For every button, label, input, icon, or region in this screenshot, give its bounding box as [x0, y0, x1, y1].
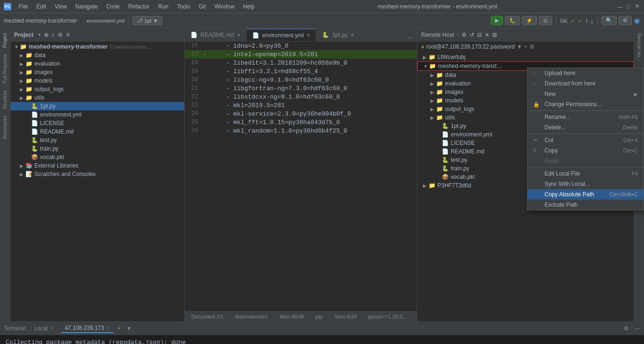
ctx-upload-here[interactable]: ↑ Upload here — [528, 68, 644, 78]
terminal-tab-local[interactable]: Local ✕ — [31, 324, 58, 333]
remote-panel-title: Remote Host — [421, 32, 454, 38]
terminal-settings-icon[interactable]: ⚙ — [624, 325, 629, 332]
tree-item-evaluation[interactable]: ▶ 📁 evaluation — [10, 59, 184, 68]
ctx-rename[interactable]: Rename... Shift+F6 — [528, 112, 644, 122]
settings-icon[interactable]: ⚙ — [58, 32, 63, 38]
tree-root[interactable]: ▼ 📁 meshed-memory-transformer F:\meshed-… — [10, 42, 184, 51]
tree-item-scratches[interactable]: ▶ 📝 Scratches and Consoles — [10, 170, 184, 178]
remote-close-icon[interactable]: ✕ — [485, 32, 489, 38]
project-panel-icons: ⊕ ≡ ⚙ ✕ — [44, 32, 70, 38]
ctx-download-here[interactable]: ↓ Download from here — [528, 78, 644, 89]
run-button[interactable]: ▶ — [491, 16, 503, 25]
settings-button[interactable]: ⚙ — [619, 16, 632, 25]
tree-item-models[interactable]: ▶ 📁 models — [10, 76, 184, 85]
search-button[interactable]: 🔍 — [602, 16, 617, 25]
tree-item-vocab-pkl[interactable]: 📦 vocab.pkl — [10, 153, 184, 161]
menu-file[interactable]: File — [15, 2, 32, 11]
ctx-copy-absolute-path[interactable]: Copy Absolute Path Ctrl+Shift+C — [528, 189, 644, 200]
env-tab-close[interactable]: ✕ — [306, 33, 310, 38]
profile-button[interactable]: ◎ — [539, 16, 552, 25]
menu-edit[interactable]: Edit — [33, 2, 50, 11]
ctx-change-permissions[interactable]: 🔒 Change Permissions... — [528, 99, 644, 109]
debug-button[interactable]: 🐛 — [505, 16, 520, 25]
status-sep3: › — [309, 314, 311, 319]
ctx-delete[interactable]: Delete... Delete — [528, 122, 644, 133]
terminal-output[interactable]: Collecting package metadata (repodata.js… — [0, 335, 644, 344]
editor-area: 📄 README.md ✕ 📄 environment.yml ✕ 🐍 1pt.… — [185, 28, 417, 321]
tab-more-button[interactable]: ⋯ — [404, 34, 417, 41]
remote-connection-bar: ● root@47.108.239.173:22 password ▼ + ⚙ — [417, 42, 634, 52]
tree-item-train-py[interactable]: 🐍 train.py — [10, 144, 184, 153]
terminal-area: Terminal: Local ✕ 47.108.239.173 ✕ + ▼ ⚙… — [0, 321, 644, 344]
ctx-sync-local[interactable]: Sync With Local... — [528, 179, 644, 189]
tree-item-readme[interactable]: 📄 README.md — [10, 127, 184, 136]
local-tab-label: Local — [34, 325, 48, 332]
remote-refresh-icon[interactable]: ↺ — [470, 32, 474, 38]
tree-item-images[interactable]: ▶ 📁 images — [10, 68, 184, 76]
collapse-all-icon[interactable]: ≡ — [51, 32, 55, 38]
menu-tools[interactable]: Tools — [173, 2, 194, 11]
menu-window[interactable]: Window — [211, 2, 239, 11]
terminal-add-button[interactable]: + — [117, 325, 121, 332]
ctx-exclude-path[interactable]: Exclude Path — [528, 200, 644, 210]
abs-path-label: Copy Absolute Path — [545, 191, 606, 198]
close-button[interactable]: ✕ — [634, 3, 640, 10]
maximize-button[interactable]: □ — [625, 3, 632, 10]
menu-code[interactable]: Code — [102, 2, 124, 11]
menu-git[interactable]: Git — [195, 2, 209, 11]
tab-environment-yml[interactable]: 📄 environment.yml ✕ — [247, 29, 316, 41]
code-editor[interactable]: 16 - idna=2.8=py36_0 17 ✓ - intel-openmp… — [185, 42, 417, 311]
minimize-button[interactable]: — — [617, 3, 623, 10]
ctx-cut[interactable]: ✂ Cut Ctrl+X — [528, 135, 644, 145]
local-tab-close[interactable]: ✕ — [50, 326, 53, 331]
remote-item-lfwcwrfubj[interactable]: ▶ 📁 LfWcwrfubj — [417, 53, 634, 61]
connection-dropdown-icon[interactable]: ▼ — [517, 43, 522, 50]
remote-collapse-icon[interactable]: ⊟ — [477, 32, 482, 38]
terminal-tab-remote[interactable]: 47.108.239.173 ✕ — [61, 324, 113, 333]
tree-item-ext-libs[interactable]: ▶ 📚 External Libraries — [10, 161, 184, 170]
coverage-button[interactable]: ⚡ — [522, 16, 537, 25]
remote-expand-icon[interactable]: ⊞ — [492, 32, 497, 38]
r-utils-label: utils — [445, 114, 455, 121]
tree-item-1pt-py[interactable]: 🐍 1pt.py — [10, 102, 184, 110]
project-panel-dropdown[interactable]: ▼ — [37, 32, 42, 37]
tree-item-env-yml[interactable]: 📄 environment.yml — [10, 110, 184, 119]
terminal-close-icon[interactable]: — — [635, 325, 640, 332]
tree-item-license[interactable]: 📄 LICENSE — [10, 119, 184, 127]
project-tab[interactable]: Project — [1, 30, 8, 50]
line-num-19: 19 — [187, 68, 204, 75]
readme-tab-close[interactable]: ✕ — [237, 33, 240, 38]
terminal-dropdown[interactable]: ▼ — [126, 325, 132, 332]
line-content-17: - intel-openmp=2019.5=281 — [211, 51, 318, 58]
tab-1pt-py[interactable]: 🐍 1pt.py ✕ — [316, 29, 360, 41]
menu-refactor[interactable]: Refactor — [124, 2, 153, 11]
tree-item-utils[interactable]: ▶ 📁 utils — [10, 93, 184, 102]
ctx-copy[interactable]: ⎘ Copy Ctrl+C — [528, 145, 644, 156]
tab-readme[interactable]: 📄 README.md ✕ — [185, 29, 247, 41]
pull-requests-tab[interactable]: Pull Requests — [1, 51, 8, 86]
1pt-tab-close[interactable]: ✕ — [350, 33, 354, 38]
git-check2-icon: ✓ — [578, 17, 583, 25]
tree-item-data[interactable]: ▶ 📁 data — [10, 51, 184, 59]
add-content-icon[interactable]: ⊕ — [44, 32, 49, 38]
conn-add-icon[interactable]: + — [524, 43, 528, 50]
tree-item-test-py[interactable]: 🐍 test.py — [10, 136, 184, 144]
remote-host-tab[interactable]: Remote Ho... — [636, 30, 643, 64]
remote-close-small[interactable]: ✕ — [456, 32, 460, 37]
ctx-new[interactable]: New ▶ — [528, 89, 644, 99]
menu-help[interactable]: Help — [239, 2, 258, 11]
menu-view[interactable]: View — [51, 2, 71, 11]
bookmarks-tab[interactable]: Bookmarks — [1, 113, 8, 142]
close-panel-icon[interactable]: ✕ — [66, 32, 70, 38]
tree-item-output-logs[interactable]: ▶ 📁 output_logs — [10, 85, 184, 93]
menu-run[interactable]: Run — [154, 2, 172, 11]
ctx-edit-local[interactable]: Edit Local File F4 — [528, 168, 644, 179]
menu-navigate[interactable]: Navigate — [72, 2, 101, 11]
r-img-folder-icon: 📁 — [436, 89, 443, 95]
test-py-icon: 🐍 — [31, 137, 38, 143]
branch-selector[interactable]: ⎇ 1pt ▼ — [132, 16, 162, 25]
remote-tab-close[interactable]: ✕ — [106, 325, 110, 330]
structure-tab[interactable]: Structure — [1, 87, 8, 112]
remote-settings-icon[interactable]: ⚙ — [462, 32, 467, 38]
conn-settings-icon[interactable]: ⚙ — [529, 43, 535, 50]
